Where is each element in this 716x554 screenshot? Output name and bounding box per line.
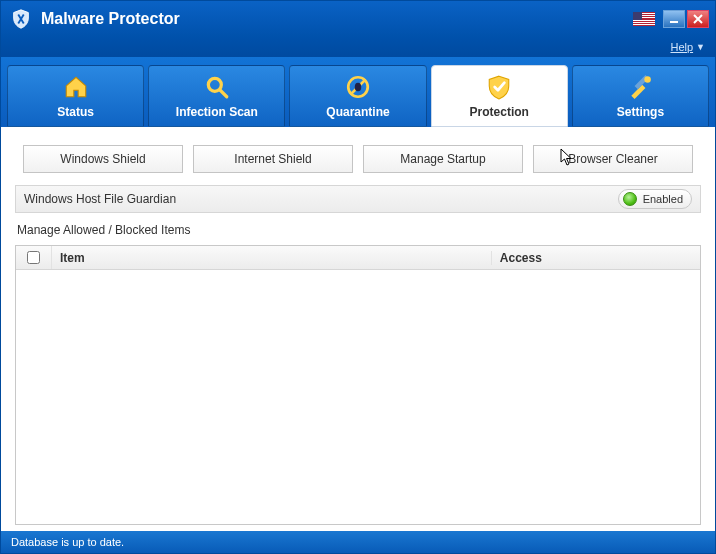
nav-tab-infection-scan[interactable]: Infection Scan [148,65,285,127]
app-logo-icon [9,7,33,31]
nav-tab-quarantine[interactable]: Quarantine [289,65,426,127]
tools-icon [626,73,654,101]
table-header: Item Access [16,246,700,270]
status-text: Database is up to date. [11,536,124,548]
col-header-access[interactable]: Access [492,251,700,265]
shield-icon [485,73,513,101]
subtab-internet-shield[interactable]: Internet Shield [193,145,353,173]
select-all-cell [16,246,52,269]
subtab-browser-cleaner[interactable]: Browser Cleaner [533,145,693,173]
status-bar: Database is up to date. [1,531,715,553]
items-table: Item Access [15,245,701,525]
subtab-windows-shield[interactable]: Windows Shield [23,145,183,173]
title-bar: Malware Protector [1,1,715,37]
guardian-bar: Windows Host File Guardian Enabled [15,185,701,213]
select-all-checkbox[interactable] [27,251,40,264]
power-icon [623,192,637,206]
nav-tab-status[interactable]: Status [7,65,144,127]
nav-label: Infection Scan [176,105,258,119]
help-link[interactable]: Help [670,41,693,53]
svg-point-5 [355,83,362,92]
toggle-state-label: Enabled [643,193,683,205]
language-flag-icon[interactable] [633,12,655,26]
close-button[interactable] [687,10,709,28]
guardian-label: Windows Host File Guardian [24,192,618,206]
nav-tab-settings[interactable]: Settings [572,65,709,127]
manage-items-label: Manage Allowed / Blocked Items [13,223,703,245]
svg-line-2 [220,90,227,97]
svg-rect-0 [670,21,678,23]
col-header-item[interactable]: Item [52,251,492,265]
app-window: Malware Protector Help▼ Status Infection… [0,0,716,554]
minimize-button[interactable] [663,10,685,28]
content-pane: Windows Shield Internet Shield Manage St… [1,127,715,531]
home-icon [62,73,90,101]
nav-label: Status [57,105,94,119]
help-row: Help▼ [1,37,715,57]
guardian-toggle[interactable]: Enabled [618,189,692,209]
nav-label: Protection [470,105,529,119]
svg-point-6 [645,76,652,83]
bug-ban-icon [344,73,372,101]
nav-label: Quarantine [326,105,389,119]
table-body [16,270,700,524]
chevron-down-icon: ▼ [696,42,705,52]
search-icon [203,73,231,101]
nav-tab-protection[interactable]: Protection [431,65,568,127]
main-nav: Status Infection Scan Quarantine Protect… [1,57,715,127]
nav-label: Settings [617,105,664,119]
app-title: Malware Protector [41,10,180,28]
subtab-manage-startup[interactable]: Manage Startup [363,145,523,173]
sub-tabs: Windows Shield Internet Shield Manage St… [13,139,703,185]
